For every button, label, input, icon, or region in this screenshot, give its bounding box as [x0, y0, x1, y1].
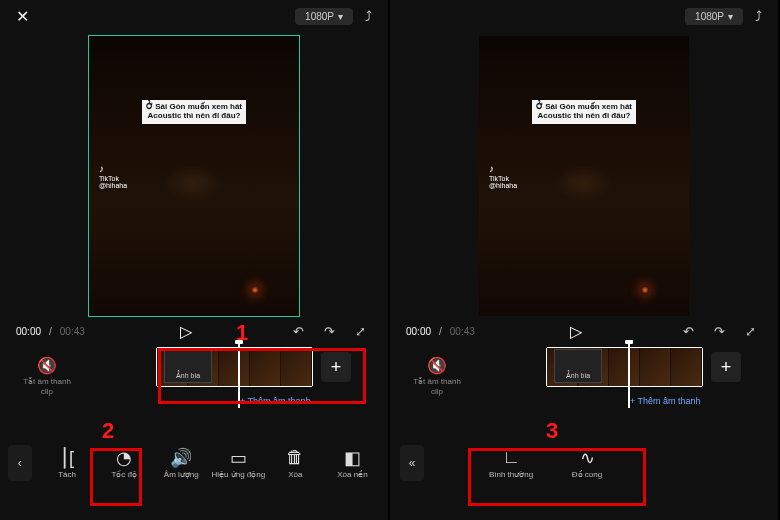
line-icon: ∟	[474, 447, 548, 467]
cover-label: Ảnh bìa	[566, 372, 590, 380]
time-current: 00:00	[406, 326, 431, 337]
tiktok-watermark: ♪ TikTok @hihaha	[99, 164, 127, 189]
tiktok-logo-icon: ♪	[99, 164, 127, 174]
mute-label: Tắt âm thanh clip	[413, 377, 461, 396]
play-icon[interactable]: ▷	[564, 320, 588, 343]
tool-label: Hiệu ứng động	[211, 470, 265, 479]
mute-original-audio[interactable]: 🔇 Tắt âm thanh clip	[410, 356, 464, 396]
transport-bar: 00:00 / 00:43 ▷ ↶ ↷ ⤢	[0, 316, 388, 346]
tool-label: Xóa	[288, 470, 302, 479]
add-audio-button[interactable]: + Thêm âm thanh	[630, 396, 778, 406]
export-icon[interactable]: ⤴	[365, 8, 372, 24]
close-icon[interactable]: ✕	[16, 7, 29, 26]
time-separator: /	[49, 326, 52, 337]
tiktok-brand: TikTok	[489, 175, 509, 182]
speaker-mute-icon: 🔇	[20, 356, 74, 375]
bottom-toolbar: ‹ ⎮[ Tách ◔ Tốc độ 🔊 Âm lượng ▭ Hiệu ứng…	[0, 434, 388, 492]
redo-icon[interactable]: ↷	[708, 322, 731, 341]
timeline[interactable]: 🔇 Tắt âm thanh clip Ảnh bìa + + Thêm âm …	[0, 346, 388, 424]
tool-label: Xóa nền	[337, 470, 367, 479]
transport-bar: 00:00 / 00:43 ▷ ↶ ↷ ⤢	[390, 316, 778, 346]
editor-screen-left: ✕ 1080P ▾ ⤴ Ở Sài Gòn muốn xem hát Acous…	[0, 0, 390, 520]
resolution-label: 1080P	[695, 11, 724, 22]
back-button[interactable]: «	[400, 445, 424, 481]
tool-normal-speed[interactable]: ∟ Bình thường	[474, 447, 548, 479]
callout-number-1: 1	[236, 320, 248, 346]
video-caption: Ở Sài Gòn muốn xem hát Acoustic thì nên …	[532, 100, 636, 124]
undo-icon[interactable]: ↶	[287, 322, 310, 341]
tool-speed[interactable]: ◔ Tốc độ	[97, 447, 152, 479]
tool-label: Tách	[58, 470, 76, 479]
resolution-dropdown[interactable]: 1080P ▾	[295, 8, 353, 25]
add-clip-button[interactable]: +	[711, 352, 741, 382]
tool-label: Tốc độ	[111, 470, 137, 479]
bottom-toolbar-speed: « ∟ Bình thường ∿ Đồ cong	[390, 434, 778, 492]
editor-screen-right: ✕ 1080P ▾ ⤴ Ở Sài Gòn muốn xem hát Acous…	[390, 0, 780, 520]
back-button[interactable]: ‹	[8, 445, 32, 481]
trash-icon: 🗑	[268, 447, 323, 467]
cover-label: Ảnh bìa	[176, 372, 200, 380]
resolution-dropdown[interactable]: 1080P ▾	[685, 8, 743, 25]
top-bar: ✕ 1080P ▾ ⤴	[390, 0, 778, 32]
remove-bg-icon: ◧	[325, 447, 380, 467]
tiktok-logo-icon: ♪	[489, 164, 517, 174]
curve-icon: ∿	[550, 447, 624, 467]
tool-remove-bg[interactable]: ◧ Xóa nền	[325, 447, 380, 479]
volume-icon: 🔊	[154, 447, 209, 467]
time-duration: 00:43	[450, 326, 475, 337]
tool-animation[interactable]: ▭ Hiệu ứng động	[211, 447, 266, 479]
cover-button[interactable]: Ảnh bìa	[554, 349, 602, 383]
playhead[interactable]	[238, 342, 240, 408]
time-separator: /	[439, 326, 442, 337]
tool-volume[interactable]: 🔊 Âm lượng	[154, 447, 209, 479]
speed-icon: ◔	[97, 447, 152, 467]
play-icon[interactable]: ▷	[174, 320, 198, 343]
callout-number-2: 2	[102, 418, 114, 444]
cover-button[interactable]: Ảnh bìa	[164, 349, 212, 383]
tool-label: Đồ cong	[572, 470, 602, 479]
tool-label: Âm lượng	[164, 470, 199, 479]
export-icon[interactable]: ⤴	[755, 8, 762, 24]
video-caption: Ở Sài Gòn muốn xem hát Acoustic thì nên …	[142, 100, 246, 124]
redo-icon[interactable]: ↷	[318, 322, 341, 341]
tool-delete[interactable]: 🗑 Xóa	[268, 447, 323, 479]
split-icon: ⎮[	[40, 447, 95, 467]
tool-split[interactable]: ⎮[ Tách	[40, 447, 95, 479]
tiktok-watermark: ♪ TikTok @hihaha	[489, 164, 517, 189]
animation-icon: ▭	[211, 447, 266, 467]
time-current: 00:00	[16, 326, 41, 337]
add-audio-button[interactable]: + Thêm âm thanh	[240, 396, 388, 406]
playhead[interactable]	[628, 342, 630, 408]
chevron-down-icon: ▾	[728, 11, 733, 22]
timeline[interactable]: 🔇 Tắt âm thanh clip Ảnh bìa + + Thêm âm …	[390, 346, 778, 424]
tiktok-handle: @hihaha	[99, 182, 127, 189]
top-bar: ✕ 1080P ▾ ⤴	[0, 0, 388, 32]
tool-curve-speed[interactable]: ∿ Đồ cong	[550, 447, 624, 479]
fullscreen-icon[interactable]: ⤢	[739, 322, 762, 341]
speaker-mute-icon: 🔇	[410, 356, 464, 375]
mute-original-audio[interactable]: 🔇 Tắt âm thanh clip	[20, 356, 74, 396]
undo-icon[interactable]: ↶	[677, 322, 700, 341]
fullscreen-icon[interactable]: ⤢	[349, 322, 372, 341]
time-duration: 00:43	[60, 326, 85, 337]
resolution-label: 1080P	[305, 11, 334, 22]
callout-number-3: 3	[546, 418, 558, 444]
chevron-down-icon: ▾	[338, 11, 343, 22]
tool-label: Bình thường	[489, 470, 533, 479]
video-preview[interactable]: Ở Sài Gòn muốn xem hát Acoustic thì nên …	[89, 36, 299, 316]
tiktok-brand: TikTok	[99, 175, 119, 182]
tiktok-handle: @hihaha	[489, 182, 517, 189]
add-clip-button[interactable]: +	[321, 352, 351, 382]
video-preview[interactable]: Ở Sài Gòn muốn xem hát Acoustic thì nên …	[479, 36, 689, 316]
mute-label: Tắt âm thanh clip	[23, 377, 71, 396]
